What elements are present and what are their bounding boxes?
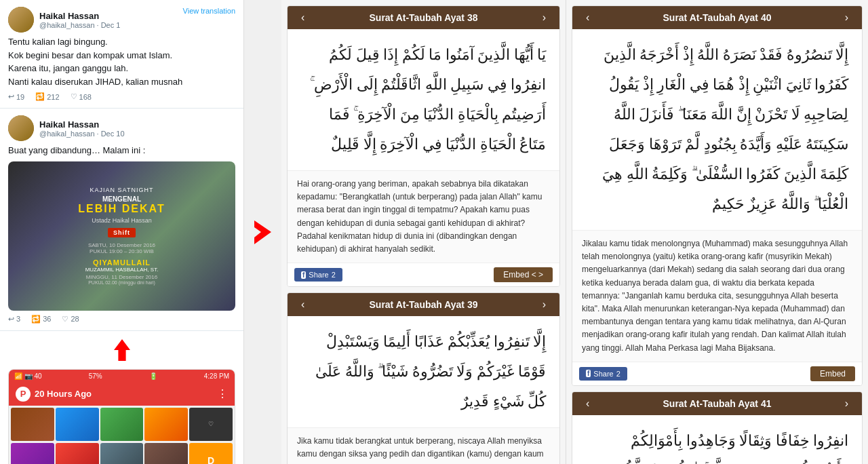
footer-40: f Share 2 Embed — [572, 362, 862, 385]
surah-title-40: Surat At-Taubah Ayat 40 — [593, 12, 840, 23]
surah-title-39: Surat At-Taubah Ayat 39 — [309, 299, 538, 310]
fb-share-40[interactable]: f Share 2 — [579, 367, 627, 381]
poster-mengenal: MENGENAL — [102, 195, 141, 203]
grid-thumb-2 — [56, 408, 99, 441]
quran-card-39: ‹ Surat At-Taubah Ayat 39 › إِلَّا تَنفِ… — [287, 292, 560, 464]
prev-arrow-41[interactable]: ‹ — [582, 398, 593, 410]
tweet-2-header: Haikal Hassan @haikal_hassan · Dec 10 — [8, 115, 235, 141]
quran-card-38: ‹ Surat At-Taubah Ayat 38 › يَا أَيُّهَا… — [287, 5, 560, 287]
view-translation[interactable]: View translation — [183, 7, 235, 15]
status-time: 4:28 PM — [204, 372, 229, 380]
tweet-2-actions: ↩ 3 🔁 36 ♡ 28 — [8, 315, 235, 324]
translation-38: Hai orang-orang yang beriman, apakah seb… — [288, 170, 559, 263]
grid-thumb-4 — [144, 408, 188, 441]
footer-38: f Share 2 Embed < > — [288, 263, 559, 286]
next-arrow-41[interactable]: › — [841, 398, 852, 410]
arabic-40: إِلَّا تَنصُرُوهُ فَقَدْ نَصَرَهُ اللَّه… — [572, 29, 862, 230]
surah-title-41: Surat At-Taubah Ayat 41 — [593, 398, 840, 409]
embed-button-38[interactable]: Embed < > — [494, 267, 553, 282]
tweet-2-image: KAJIAN SATNIGHT MENGENAL LEBIH DEKAT Ust… — [8, 161, 235, 311]
grid-thumb-5: ♡ — [189, 408, 233, 441]
next-arrow-40[interactable]: › — [841, 12, 852, 24]
grid-thumb-3 — [100, 408, 144, 441]
grid-thumb-1 — [11, 408, 54, 441]
tweet-1: Haikal Hassan @haikal_hassan · Dec 1 Vie… — [0, 0, 243, 109]
translation-40: Jikalau kamu tidak menolongnya (Muhammad… — [572, 230, 862, 362]
grid-thumb-8 — [100, 443, 144, 465]
avatar — [8, 7, 34, 33]
reply-action[interactable]: ↩ 19 — [8, 92, 24, 101]
card-40-header: ‹ Surat At-Taubah Ayat 40 › — [572, 6, 862, 29]
arrow-down — [0, 331, 243, 369]
pinterest-grid-row1: ♡ — [9, 406, 235, 443]
user-handle: @haikal_hassan · Dec 1 — [39, 21, 120, 29]
tweet-2: Haikal Hassan @haikal_hassan · Dec 10 Bu… — [0, 109, 243, 331]
fb-icon-40: f — [586, 370, 591, 377]
svg-marker-0 — [114, 339, 130, 361]
poster-qiyam: QIYAMULLAIL — [93, 258, 151, 267]
grid-thumb-d: D — [189, 443, 233, 465]
retweet-action-2[interactable]: 🔁 36 — [31, 315, 51, 324]
svg-marker-1 — [254, 220, 271, 244]
poster-speaker: Ustadz Haikal Hassan — [92, 217, 152, 224]
three-dots-menu[interactable]: ⋮ — [217, 387, 228, 400]
quran-card-41: ‹ Surat At-Taubah Ayat 41 › انفِرُوا خِف… — [572, 391, 863, 464]
user-handle-2: @haikal_hassan · Dec 10 — [39, 130, 125, 138]
right-panel: ‹ Surat At-Taubah Ayat 40 › إِلَّا تَنصُ… — [566, 0, 868, 464]
card-41-header: ‹ Surat At-Taubah Ayat 41 › — [572, 392, 862, 415]
surah-title-38: Surat At-Taubah Ayat 38 — [309, 12, 538, 23]
next-arrow-39[interactable]: › — [538, 298, 550, 311]
like-action[interactable]: ♡ 168 — [71, 92, 92, 101]
prev-arrow-39[interactable]: ‹ — [297, 298, 309, 311]
poster-muzammil: MUZAMMIL HASBALLAH, ST. — [85, 267, 159, 273]
user-name-block: Haikal Hassan @haikal_hassan · Dec 1 — [39, 11, 120, 29]
mobile-nav-bar: P 20 Hours Ago ⋮ — [9, 383, 235, 406]
card-38-header: ‹ Surat At-Taubah Ayat 38 › — [288, 6, 559, 29]
poster-date2: MINGGU, 11 Desember 2016 — [86, 274, 157, 280]
poster-kajian: KAJIAN SATNIGHT — [90, 187, 154, 193]
middle-panel: ‹ Surat At-Taubah Ayat 38 › يَا أَيُّهَا… — [281, 0, 566, 464]
user-name-2: Haikal Hassan — [39, 119, 125, 130]
tweet-1-actions: ↩ 19 🔁 212 ♡ 168 — [8, 92, 235, 101]
prev-arrow-40[interactable]: ‹ — [582, 12, 593, 24]
tweet-1-header: Haikal Hassan @haikal_hassan · Dec 1 Vie… — [8, 7, 235, 33]
mobile-block: 📶 📷 40 57% 🔋 4:28 PM P 20 Hours Ago ⋮ ♡ — [8, 369, 235, 465]
user-name-block-2: Haikal Hassan @haikal_hassan · Dec 10 — [39, 119, 125, 138]
quran-card-40: ‹ Surat At-Taubah Ayat 40 › إِلَّا تَنصُ… — [572, 5, 863, 386]
prev-arrow-38[interactable]: ‹ — [297, 12, 309, 24]
poster-date1: SABTU, 10 Desember 2016 — [88, 242, 155, 248]
embed-button-40[interactable]: Embed — [810, 366, 855, 381]
grid-thumb-9 — [144, 443, 188, 465]
reply-action-2[interactable]: ↩ 3 — [8, 315, 20, 324]
pinterest-logo: P — [16, 387, 31, 402]
poster-shift: Shift — [108, 228, 136, 237]
grid-thumb-7 — [56, 443, 99, 465]
left-panel: Haikal Hassan @haikal_hassan · Dec 1 Vie… — [0, 0, 244, 464]
translation-39: Jika kamu tidak berangkat untuk berperan… — [288, 427, 559, 464]
poster-time2: PUKUL 02.00 (minggu dini hari) — [88, 280, 155, 285]
arabic-39: إِلَّا تَنفِرُوا يُعَذِّبْكُمْ عَذَابًا … — [288, 316, 559, 427]
mobile-status-bar: 📶 📷 40 57% 🔋 4:28 PM — [9, 370, 235, 383]
grid-thumb-6 — [11, 443, 54, 465]
status-icons: 📶 📷 40 — [14, 372, 42, 380]
tweet-1-text: Tentu kalian lagi bingung. Kok begini be… — [8, 35, 235, 88]
battery-icon: 🔋 — [149, 372, 157, 380]
user-name: Haikal Hassan — [39, 11, 120, 21]
pinterest-grid-row2: D — [9, 443, 235, 465]
hours-ago: 20 Hours Ago — [35, 389, 92, 399]
right-arrow-separator — [244, 0, 281, 464]
avatar-2 — [8, 115, 34, 141]
next-arrow-38[interactable]: › — [538, 12, 550, 24]
poster-time1: PUKUL 19:00 – 20:30 WIB — [90, 248, 154, 254]
fb-share-38[interactable]: f Share 2 — [294, 268, 342, 282]
battery-pct: 57% — [89, 372, 102, 380]
arabic-41: انفِرُوا خِفَافًا وَثِقَالًا وَجَاهِدُوا… — [572, 415, 862, 464]
like-action-2[interactable]: ♡ 28 — [62, 315, 79, 324]
poster-lebih-dekat: LEBIH DEKAT — [78, 203, 165, 215]
tweet-2-user-info: Haikal Hassan @haikal_hassan · Dec 10 — [8, 115, 125, 141]
retweet-action[interactable]: 🔁 212 — [35, 92, 59, 101]
arabic-38: يَا أَيُّهَا الَّذِينَ آمَنُوا مَا لَكُم… — [288, 29, 559, 170]
card-39-header: ‹ Surat At-Taubah Ayat 39 › — [288, 293, 559, 316]
fb-icon-38: f — [301, 271, 306, 279]
tweet-2-text: Buat yang dibandung… Malam ini : — [8, 144, 235, 157]
